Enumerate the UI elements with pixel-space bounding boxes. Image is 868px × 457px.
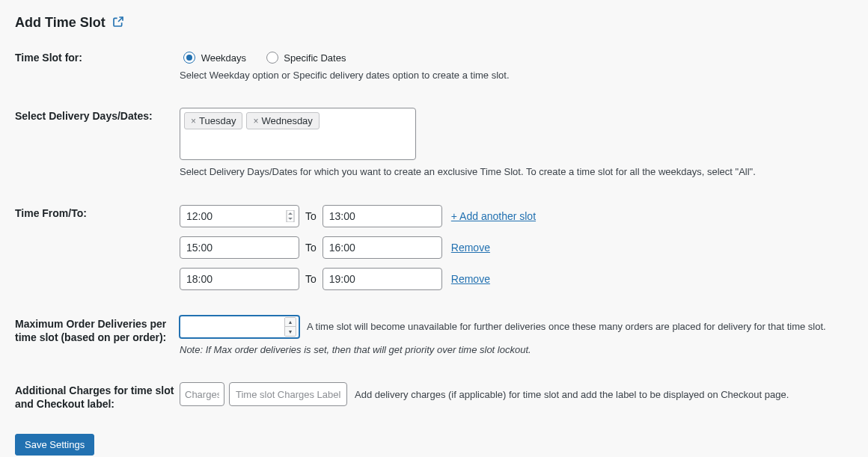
- page-title-text: Add Time Slot: [15, 15, 106, 30]
- radio-specific-dates[interactable]: [266, 52, 278, 64]
- remove-slot-link[interactable]: Remove: [451, 242, 490, 254]
- to-label: To: [305, 210, 317, 222]
- row-additional-charges: Additional Charges for time slot and Che…: [15, 382, 853, 411]
- radio-specific-dates-text: Specific Dates: [284, 52, 346, 64]
- charges-label-input[interactable]: [229, 382, 347, 406]
- remove-slot-link[interactable]: Remove: [451, 273, 490, 285]
- slot-row: To + Add another slot: [180, 205, 853, 227]
- radio-weekdays[interactable]: [183, 52, 195, 64]
- tag-remove-icon[interactable]: ×: [253, 116, 258, 126]
- spinner-up-icon[interactable]: ▲: [285, 318, 296, 328]
- tag-wednesday[interactable]: × Wednesday: [246, 112, 319, 129]
- help-max-orders-note: Note: If Max order deliveries is set, th…: [180, 343, 853, 358]
- tag-tuesday[interactable]: × Tuesday: [184, 112, 242, 129]
- max-orders-input[interactable]: [180, 316, 299, 338]
- time-from-input[interactable]: [180, 205, 299, 227]
- time-from-input[interactable]: [180, 236, 299, 259]
- radio-weekdays-label[interactable]: Weekdays: [180, 52, 249, 64]
- label-delivery-days: Select Delivery Days/Dates:: [15, 108, 180, 123]
- row-max-orders: Maximum Order Deliveries per time slot (…: [15, 316, 853, 358]
- label-additional-charges: Additional Charges for time slot and Che…: [15, 382, 180, 411]
- external-link-icon[interactable]: [112, 16, 124, 31]
- slot-row: To Remove: [180, 236, 853, 259]
- label-max-orders: Maximum Order Deliveries per time slot (…: [15, 316, 180, 344]
- to-label: To: [305, 273, 317, 285]
- label-time-slot-for: Time Slot for:: [15, 49, 180, 64]
- help-max-orders-inline: A time slot will become unavailable for …: [307, 321, 826, 332]
- number-spinner[interactable]: ▲ ▼: [284, 317, 296, 337]
- to-label: To: [305, 242, 317, 254]
- tag-remove-icon[interactable]: ×: [191, 116, 196, 126]
- time-to-input[interactable]: [323, 268, 442, 290]
- page-title: Add Time Slot: [15, 15, 853, 31]
- radio-specific-dates-label[interactable]: Specific Dates: [263, 52, 346, 64]
- time-to-input[interactable]: [323, 236, 442, 259]
- label-time-from-to: Time From/To:: [15, 205, 180, 220]
- row-time-from-to: Time From/To: To + Add another slot To R…: [15, 205, 853, 290]
- time-to-input[interactable]: [323, 205, 442, 227]
- slot-row: To Remove: [180, 268, 853, 290]
- help-charges-inline: Add delivery charges (if applicable) for…: [355, 389, 789, 400]
- spinner-down-icon[interactable]: ▼: [285, 327, 296, 336]
- tag-text: Wednesday: [261, 115, 312, 126]
- help-time-slot-for: Select Weekday option or Specific delive…: [180, 68, 853, 83]
- charges-amount-input[interactable]: [180, 382, 224, 406]
- add-slot-link[interactable]: + Add another slot: [451, 210, 536, 222]
- save-settings-button[interactable]: Save Settings: [15, 434, 94, 456]
- radio-weekdays-text: Weekdays: [201, 52, 246, 64]
- delivery-days-tagbox[interactable]: × Tuesday × Wednesday: [180, 108, 416, 160]
- row-delivery-days: Select Delivery Days/Dates: × Tuesday × …: [15, 108, 853, 180]
- time-slot-for-radio-group: Weekdays Specific Dates: [180, 49, 853, 64]
- help-delivery-days: Select Delivery Days/Dates for which you…: [180, 165, 853, 180]
- time-from-input[interactable]: [180, 268, 299, 290]
- tag-text: Tuesday: [199, 115, 236, 126]
- row-time-slot-for: Time Slot for: Weekdays Specific Dates S…: [15, 49, 853, 83]
